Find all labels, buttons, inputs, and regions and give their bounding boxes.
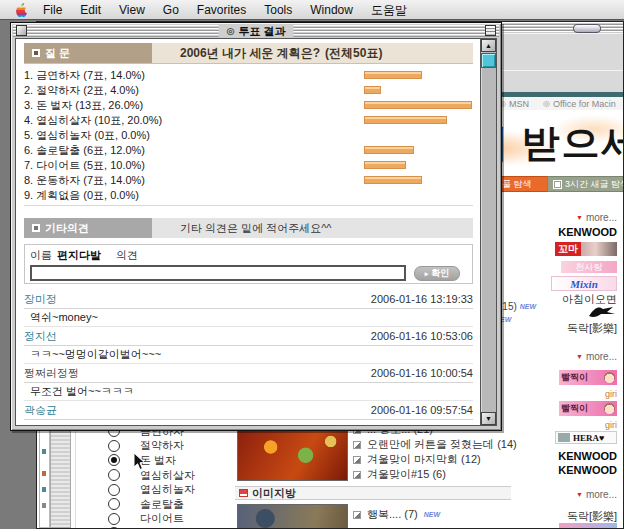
- opinion-input[interactable]: [30, 265, 406, 281]
- ad-ppaljjigi-banner[interactable]: 빨찍이: [559, 370, 617, 385]
- ad-hera-banner[interactable]: HERA♥: [555, 431, 617, 444]
- ad-ppaljjigi-banner[interactable]: 빨찍이: [559, 401, 617, 416]
- post-thumbnail-lanterns[interactable]: [237, 424, 348, 481]
- apple-menu[interactable]: [10, 3, 34, 17]
- ad-kenwood[interactable]: KENWOOD: [558, 226, 617, 238]
- menu-edit[interactable]: Edit: [71, 0, 110, 20]
- ad-banner-partial[interactable]: [559, 523, 617, 528]
- radio-icon[interactable]: [108, 498, 120, 510]
- post-thumbnail-photo[interactable]: [237, 504, 348, 528]
- new-badge: NEW: [520, 303, 536, 310]
- menu-window[interactable]: Window: [301, 0, 362, 20]
- menu-help[interactable]: 도움말: [362, 0, 416, 20]
- ad-giri-link[interactable]: giri: [605, 389, 617, 399]
- favorite-icon: ◎: [543, 99, 550, 108]
- question-label: 질 문: [45, 46, 70, 61]
- scrollbar-thumb[interactable]: [481, 53, 496, 68]
- favorite-item[interactable]: ◎MSN: [499, 99, 529, 109]
- more-link[interactable]: ▼ more...: [576, 212, 617, 223]
- apple-logo-icon: [16, 3, 28, 17]
- more-label: more...: [586, 489, 617, 500]
- comment-author[interactable]: 곽승균: [24, 403, 57, 418]
- menu-view[interactable]: View: [110, 0, 154, 20]
- more-link[interactable]: ▼ more...: [576, 351, 617, 362]
- submit-arrow-icon: ▸: [425, 270, 429, 277]
- name-value: 편지다발: [57, 248, 101, 263]
- close-button[interactable]: [16, 25, 27, 36]
- post-row[interactable]: 겨울맞이 마지막회 (12): [353, 452, 553, 467]
- scroll-down-button[interactable]: ▼: [481, 412, 496, 425]
- search-tab-green-label: 3시간 새글 탐색: [565, 178, 623, 191]
- radio-icon[interactable]: [108, 527, 120, 528]
- ad-kenwood[interactable]: KENWOOD: [558, 450, 617, 462]
- window-title: 투표 결과: [238, 25, 285, 37]
- menu-favorites[interactable]: Favorites: [188, 0, 255, 20]
- scroll-up-button[interactable]: ▲: [481, 39, 496, 52]
- window-scrollbar[interactable]: ▲ ▼: [480, 39, 496, 425]
- comment-date: 2006-01-16 10:53:06: [371, 330, 473, 342]
- post-row[interactable]: 행복.... (7) NEW: [353, 507, 553, 522]
- poll-option-row[interactable]: 절약하자: [108, 439, 248, 454]
- comment-header: 정지선 2006-01-16 10:53:06: [24, 327, 473, 346]
- menu-bar: File Edit View Go Favorites Tools Window…: [0, 0, 624, 20]
- ad-kenwood[interactable]: KENWOOD: [558, 464, 617, 476]
- poll-option-row[interactable]: 열심히놀자: [108, 482, 248, 497]
- poll-result-text: 6. 솔로탈출 (6표, 12.0%): [24, 144, 145, 156]
- poll-result-row: 1. 금연하자 (7표, 14.0%): [24, 68, 473, 83]
- poll-result-row: 6. 솔로탈출 (6표, 12.0%): [24, 143, 473, 158]
- comment-author[interactable]: 쩡쩌러정쩡: [24, 366, 79, 381]
- favorite-item[interactable]: ◎Office for Macin: [543, 99, 616, 109]
- poll-result-row: 5. 열심히놀자 (0표, 0.0%): [24, 128, 473, 143]
- comment-text: 역쉬~money~: [24, 309, 473, 327]
- post-icon: [353, 511, 361, 519]
- poll-option-list: 금연하자 절약하자 돈 벌자 열심히살자 열심히놀자: [108, 424, 248, 528]
- comment-author[interactable]: 정지선: [24, 329, 57, 344]
- comment-header: 쩡쩌러정쩡 2006-01-16 10:00:54: [24, 364, 473, 383]
- ad-dokrak-link[interactable]: 독락[影樂]: [567, 509, 617, 524]
- comment-header: 장미정 2006-01-16 13:19:33: [24, 290, 473, 309]
- comment-date: 2006-01-16 13:19:33: [371, 293, 473, 305]
- post-row[interactable]: 오랜만에 커튼을 젖혔는데 (14): [353, 437, 553, 452]
- collapse-button[interactable]: [485, 25, 496, 36]
- menu-go[interactable]: Go: [154, 0, 188, 20]
- radio-icon[interactable]: [108, 440, 120, 452]
- browser-collapse-button[interactable]: [573, 24, 601, 33]
- radio-icon[interactable]: [108, 454, 120, 466]
- browser-scrollbar-strip[interactable]: [50, 420, 71, 528]
- search-tab-new-posts[interactable]: 3시간 새글 탐색: [547, 176, 623, 192]
- poll-option-label: 열심히살자: [140, 468, 195, 483]
- result-bar: [364, 161, 406, 169]
- ad-giri-link[interactable]: giri: [605, 420, 617, 430]
- ad-dokrak-link[interactable]: 독락[影樂]: [567, 321, 617, 336]
- question-band: 질 문 2006년 내가 세운 계획은? (전체50표): [24, 43, 473, 64]
- post-icon: [353, 441, 361, 449]
- bullet-icon: [32, 49, 40, 57]
- poll-option-row[interactable]: 솔로탈출: [108, 497, 248, 512]
- ad-kkoma-banner[interactable]: 꼬마: [555, 242, 617, 256]
- poll-option-row[interactable]: 다이어트: [108, 512, 248, 527]
- poll-result-row: 9. 계획없음 (0표, 0.0%): [24, 188, 473, 203]
- radio-icon[interactable]: [108, 469, 120, 481]
- new-badge: NEW: [424, 511, 440, 518]
- comment-text: [24, 420, 473, 425]
- side-strip-marker: [42, 487, 46, 492]
- submit-button[interactable]: ▸ 확인: [414, 266, 460, 281]
- screen: ◎MSN◎Office for Macin 이 받으세 려풀 탐색 3시간 새글…: [0, 0, 624, 529]
- menu-tools[interactable]: Tools: [255, 0, 301, 20]
- poll-option-row[interactable]: 돈 벌자: [108, 453, 248, 468]
- more-link[interactable]: ▼ more...: [576, 489, 617, 500]
- poll-option-row[interactable]: 운동하자: [108, 526, 248, 528]
- menu-file[interactable]: File: [34, 0, 71, 20]
- radio-icon[interactable]: [108, 513, 120, 525]
- post-row[interactable]: 겨울맞이#15 (6): [353, 467, 553, 482]
- comment-author[interactable]: 장미정: [24, 292, 57, 307]
- other-opinion-band: 기타의견 기타 의견은 밑에 적어주세요^^: [24, 218, 473, 238]
- window-titlebar[interactable]: ◎ 투표 결과: [13, 25, 499, 37]
- poll-option-row[interactable]: 열심히살자: [108, 468, 248, 483]
- ad-mixin-banner[interactable]: Mixin: [551, 276, 617, 291]
- side-strip-marker: [42, 471, 46, 476]
- radio-icon[interactable]: [108, 484, 120, 496]
- mouse-cursor: [133, 452, 146, 475]
- ad-chunsarang-banner[interactable]: 천사랑: [561, 261, 617, 273]
- poll-results-window: ◎ 투표 결과 질 문 2006년 내가 세운 계획은? (전체50표): [10, 22, 502, 431]
